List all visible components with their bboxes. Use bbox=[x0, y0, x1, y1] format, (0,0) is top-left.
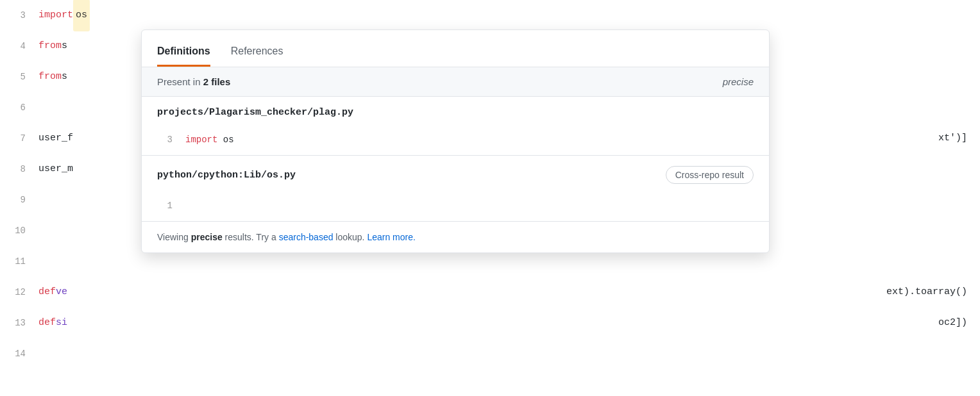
code-content-3: import os bbox=[38, 0, 90, 31]
keyword-from-5: from bbox=[38, 62, 62, 92]
code-text-12b: ext).toarray() bbox=[886, 277, 980, 308]
keyword-def-13: def bbox=[38, 308, 56, 338]
line-number-5: 5 bbox=[0, 62, 38, 92]
code-text-4: s bbox=[62, 31, 67, 62]
line-number-3: 3 bbox=[0, 0, 38, 31]
code-content-7: user_f bbox=[38, 123, 73, 154]
code-line-13: 13 def si oc2]) bbox=[0, 308, 980, 338]
line-number-7: 7 bbox=[0, 123, 38, 154]
preview-kw-1: import bbox=[185, 135, 217, 145]
line-number-8: 8 bbox=[0, 154, 38, 185]
keyword-def-12: def bbox=[38, 277, 56, 308]
code-content-8: user_m bbox=[38, 154, 73, 185]
footer-bold: precise bbox=[191, 232, 223, 242]
file-header-2: python/cpython:Lib/os.py Cross-repo resu… bbox=[142, 156, 769, 194]
file-name-1[interactable]: projects/Plagarism_checker/plag.py bbox=[157, 107, 353, 118]
file-name-2[interactable]: python/cpython:Lib/os.py bbox=[157, 170, 296, 181]
popup-tabs: Definitions References bbox=[142, 30, 769, 67]
footer-middle: results. Try a bbox=[223, 232, 279, 242]
func-name-13: si bbox=[56, 308, 67, 338]
code-text-7a: user_f bbox=[38, 123, 73, 154]
footer-between: lookup. bbox=[333, 232, 367, 242]
tab-references[interactable]: References bbox=[231, 45, 283, 67]
file-entry-2: python/cpython:Lib/os.py Cross-repo resu… bbox=[142, 156, 769, 222]
preview-line-num-2: 1 bbox=[157, 201, 173, 211]
line-number-6: 6 bbox=[0, 92, 38, 123]
popup-footer: Viewing precise results. Try a search-ba… bbox=[142, 222, 769, 252]
line-number-10: 10 bbox=[0, 215, 38, 246]
keyword-from-4: from bbox=[38, 31, 62, 62]
line-number-12: 12 bbox=[0, 277, 38, 308]
summary-text: Present in 2 files bbox=[157, 76, 230, 87]
summary-prefix: Present in bbox=[157, 76, 203, 87]
code-text-13b: oc2]) bbox=[938, 308, 980, 338]
tab-definitions[interactable]: Definitions bbox=[157, 45, 210, 67]
line-number-14: 14 bbox=[0, 338, 38, 369]
preview-rest-1: os bbox=[217, 135, 233, 145]
footer-prefix: Viewing bbox=[157, 232, 191, 242]
code-content-12: def ve bbox=[38, 277, 67, 308]
func-name-12: ve bbox=[56, 277, 67, 308]
symbol-os: os bbox=[73, 0, 90, 31]
cross-repo-badge[interactable]: Cross-repo result bbox=[666, 166, 754, 184]
line-number-4: 4 bbox=[0, 31, 38, 62]
definitions-popup: Definitions References Present in 2 file… bbox=[141, 29, 770, 253]
popup-summary: Present in 2 files precise bbox=[142, 67, 769, 97]
file-entry-1: projects/Plagarism_checker/plag.py 3 imp… bbox=[142, 97, 769, 156]
code-preview-2: 1 bbox=[142, 194, 769, 221]
code-text-8: user_m bbox=[38, 154, 73, 185]
keyword-import: import bbox=[38, 0, 73, 31]
code-text-7b: xt')] bbox=[938, 123, 980, 154]
code-preview-1: 3 import os bbox=[142, 128, 769, 155]
footer-link-learn-more[interactable]: Learn more. bbox=[367, 232, 415, 242]
code-line-14: 14 bbox=[0, 338, 980, 369]
code-content-5: from s bbox=[38, 62, 67, 92]
footer-link-search-based[interactable]: search-based bbox=[279, 232, 334, 242]
code-content-13: def si bbox=[38, 308, 67, 338]
summary-precise: precise bbox=[723, 76, 754, 87]
code-content-4: from s bbox=[38, 31, 67, 62]
code-line-12: 12 def ve ext).toarray() bbox=[0, 277, 980, 308]
line-number-11: 11 bbox=[0, 246, 38, 277]
code-text-5: s bbox=[62, 62, 67, 92]
line-number-13: 13 bbox=[0, 308, 38, 338]
line-number-9: 9 bbox=[0, 185, 38, 215]
preview-line-num-1: 3 bbox=[157, 135, 173, 145]
file-header-1: projects/Plagarism_checker/plag.py bbox=[142, 97, 769, 128]
summary-count: 2 files bbox=[203, 76, 231, 87]
preview-code-1: import os bbox=[185, 135, 234, 145]
code-line-3: 3 import os bbox=[0, 0, 980, 31]
